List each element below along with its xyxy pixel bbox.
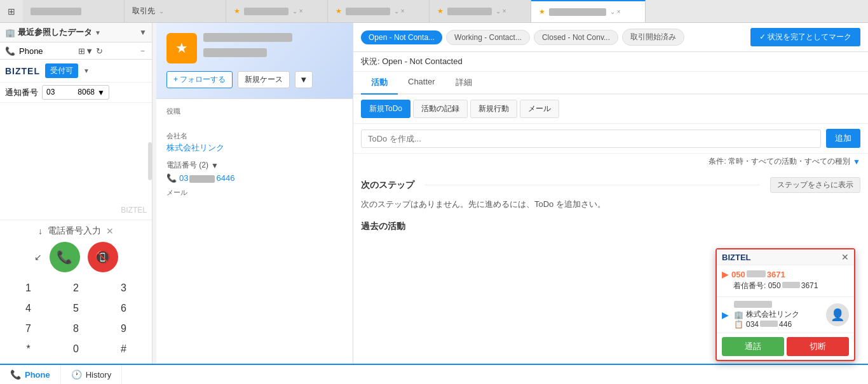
filter-row: 条件: 常時・すべての活動・すべての種別 ▼ (353, 154, 868, 169)
tab-3-arrows[interactable]: ⌄ × (292, 8, 303, 15)
tab-4-star: ★ (336, 7, 342, 15)
status-bar: Open - Not Conta... Working - Contact...… (353, 23, 868, 52)
dial-key-8[interactable]: 8 (53, 319, 99, 338)
dialpad-down-icon[interactable]: ↓ (38, 226, 43, 236)
apps-icon[interactable]: ⊞ (0, 0, 23, 22)
grid-view-icon[interactable]: ⊞▼ (78, 46, 93, 56)
notify-label: 通知番号 (5, 87, 38, 98)
complete-status-button[interactable]: ✓ 状況を完了としてマーク (750, 28, 860, 46)
tab-6-arrows[interactable]: ⌄ × (610, 8, 621, 15)
popup-num-row: ▶ 0503671 (722, 269, 849, 279)
contact-header: ★ (166, 33, 342, 63)
action-dropdown-button[interactable]: ▼ (295, 71, 312, 88)
new-action-button[interactable]: 新規行動 (470, 100, 517, 118)
add-todo-button[interactable]: 追加 (826, 129, 860, 148)
contact-actions: + フォローする 新規ケース ▼ (166, 71, 342, 88)
log-activity-button[interactable]: 活動の記録 (413, 100, 468, 118)
tab-activity[interactable]: 活動 (361, 72, 398, 95)
status-available-button[interactable]: 受付可 (45, 63, 78, 78)
call-button[interactable]: 📞 (50, 242, 80, 272)
new-todo-button[interactable]: 新規ToDo (361, 100, 410, 118)
status-pill-closed[interactable]: Closed - Not Conv... (534, 30, 618, 45)
tab-1[interactable] (23, 0, 125, 22)
notify-num-text: 03 8068 (46, 87, 95, 98)
company-name[interactable]: 株式会社リンク (166, 142, 342, 154)
popup-hangup-button[interactable]: 切断 (787, 337, 849, 356)
biztel-popup-title: BIZTEL (722, 253, 751, 262)
contact-header-area: ★ + フォローする 新規ケース ▼ (156, 23, 353, 99)
phone-tab-label: Phone (25, 370, 50, 380)
popup-play-icon[interactable]: ▶ (722, 269, 729, 279)
status-pill-deal[interactable]: 取引開始済み (622, 29, 684, 46)
phone-tab-icon: 📞 (10, 369, 21, 380)
tab-5-star: ★ (437, 7, 444, 15)
tab-chatter[interactable]: Chatter (398, 72, 445, 95)
notify-number-display[interactable]: 03 8068 ▼ (42, 85, 109, 100)
browser-tabs-bar: ⊞ 取引先 ⌄ ★ ⌄ × ★ ⌄ × ★ ⌄ × ★ ⌄ × (0, 0, 868, 23)
mail-section: メール (166, 188, 342, 197)
tab-3[interactable]: ★ ⌄ × (226, 0, 328, 22)
popup-close-icon[interactable]: ✕ (841, 252, 849, 262)
bottom-tab-history[interactable]: 🕐 History (61, 365, 122, 384)
tab-2[interactable]: 取引先 ⌄ (125, 0, 226, 22)
phone-bar: 📞 Phone ⊞▼ ↻ － (0, 43, 152, 60)
popup-phone-num: 034446 (746, 320, 792, 329)
tab-4[interactable]: ★ ⌄ × (328, 0, 430, 22)
tab-5-arrows[interactable]: ⌄ × (496, 8, 506, 15)
tab-detail[interactable]: 詳細 (445, 72, 482, 95)
dial-key-1[interactable]: 1 (5, 279, 51, 298)
popup-company-name: 株式会社リンク (746, 309, 799, 320)
popup-contact-info: 🏢 株式会社リンク 📋 034446 (734, 301, 821, 329)
bottom-tab-phone[interactable]: 📞 Phone (0, 365, 61, 384)
tab-6-star: ★ (539, 8, 545, 16)
tab-5[interactable]: ★ ⌄ × (430, 0, 531, 22)
dial-key-2[interactable]: 2 (53, 279, 99, 298)
phone-collapse-icon[interactable]: － (139, 45, 147, 56)
contact-name-area (203, 33, 342, 57)
dial-key-7[interactable]: 7 (5, 319, 51, 338)
panel-down-icon[interactable]: ▼ (139, 28, 147, 37)
recent-data-dropdown-icon[interactable]: ▼ (95, 29, 101, 36)
popup-contact-avatar: 👤 (826, 303, 849, 326)
tab-6[interactable]: ★ ⌄ × (531, 0, 646, 22)
biztel-status-bar: BIZTEL 受付可 ▼ (0, 60, 152, 83)
popup-actions: 通話 切断 (717, 333, 854, 360)
dial-key-9[interactable]: 9 (100, 319, 147, 338)
dial-key-hash[interactable]: # (100, 340, 147, 359)
dial-key-0[interactable]: 0 (53, 340, 99, 359)
contact-name-blur-1 (203, 33, 292, 42)
mail-button[interactable]: メール (520, 100, 559, 118)
dialpad-close-icon[interactable]: ✕ (106, 226, 114, 236)
tabs-row: 活動 Chatter 詳細 (353, 72, 868, 95)
popup-call-button[interactable]: 通話 (722, 337, 784, 356)
tab-2-arrows[interactable]: ⌄ (159, 8, 164, 15)
building-icon: 🏢 (5, 28, 15, 37)
contact-avatar: ★ (166, 33, 197, 63)
follow-button[interactable]: + フォローする (166, 71, 233, 88)
todo-input[interactable] (361, 129, 821, 148)
popup-play2-icon[interactable]: ▶ (722, 310, 729, 320)
dial-key-3[interactable]: 3 (100, 279, 147, 298)
dial-key-6[interactable]: 6 (100, 299, 147, 318)
newcase-button[interactable]: 新規ケース (238, 71, 290, 88)
dial-key-4[interactable]: 4 (5, 299, 51, 318)
phone-section-dropdown[interactable]: ▼ (211, 161, 219, 170)
tab-4-arrows[interactable]: ⌄ × (394, 8, 405, 15)
past-activity-title: 過去の活動 (361, 221, 860, 232)
popup-call-num: 0503671 (731, 270, 785, 279)
status-pill-working[interactable]: Working - Contact... (446, 30, 530, 45)
refresh-icon[interactable]: ↻ (96, 46, 103, 56)
status-dropdown-icon[interactable]: ▼ (83, 67, 90, 74)
phone-icon-small: 📞 (5, 46, 15, 56)
dial-key-5[interactable]: 5 (53, 299, 99, 318)
dial-key-star[interactable]: * (5, 340, 51, 359)
popup-call-item: ▶ 0503671 着信番号: 0503671 (717, 265, 854, 297)
phone-number-display[interactable]: 📞 036446 (166, 173, 342, 183)
notify-dropdown-icon[interactable]: ▼ (97, 88, 105, 97)
scroll-indicator[interactable] (148, 142, 152, 180)
hangup-button[interactable]: 📵 (88, 242, 118, 272)
status-pill-open[interactable]: Open - Not Conta... (361, 30, 442, 44)
activity-bar: 新規ToDo 活動の記録 新規行動 メール (353, 95, 868, 124)
filter-icon[interactable]: ▼ (853, 157, 860, 166)
more-steps-button[interactable]: ステップをさらに表示 (770, 177, 860, 193)
